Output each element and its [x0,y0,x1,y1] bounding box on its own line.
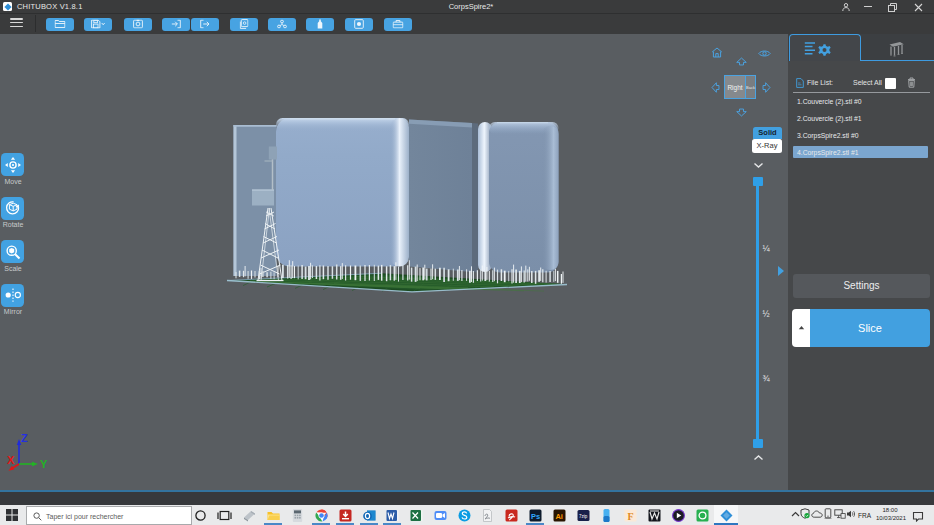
svg-text:Ai: Ai [555,511,563,520]
svg-text:X: X [7,454,15,466]
svg-text:7zip: 7zip [579,513,588,518]
svg-text:Z: Z [21,432,28,444]
svg-text:F: F [627,510,633,521]
svg-text:Y: Y [40,458,48,470]
svg-text:Ps: Ps [531,511,540,520]
